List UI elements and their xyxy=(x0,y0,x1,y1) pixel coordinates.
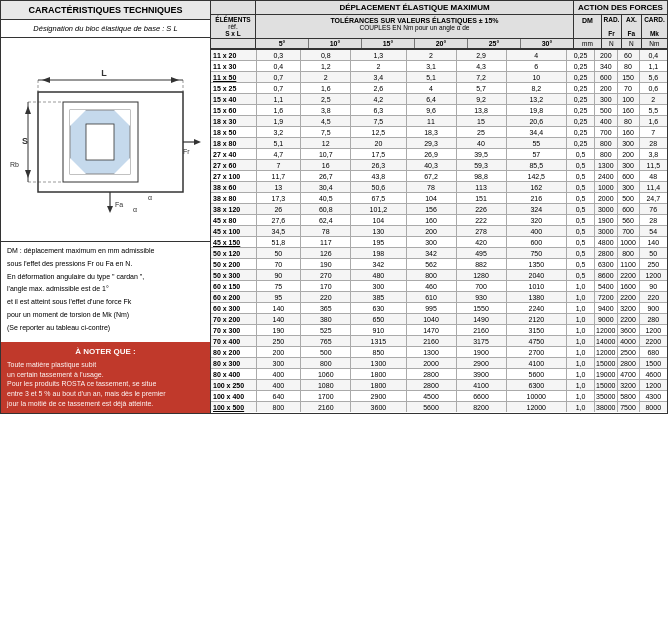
note-ref: (Se reporter au tableau ci-contre) xyxy=(7,323,204,333)
svg-text:α: α xyxy=(133,206,137,213)
n-label-1: N xyxy=(602,39,622,48)
table-row: 100 x 5008002160360056008200120001,03800… xyxy=(211,402,667,413)
svg-marker-12 xyxy=(25,170,31,178)
svg-text:Fr: Fr xyxy=(183,148,190,155)
svg-marker-24 xyxy=(107,206,113,213)
right-panel: DÉPLACEMENT ÉLASTIQUE MAXIMUM ACTION DES… xyxy=(211,1,667,413)
table-row: 45 x 8027,662,41041602223200,5190056028 xyxy=(211,215,667,226)
table-row: 60 x 300140365630995155022401,0940032009… xyxy=(211,303,667,314)
table-row: 18 x 301,94,57,5111520,60,25400801,6 xyxy=(211,116,667,127)
technical-diagram: S L Fr Fa Rb xyxy=(8,42,203,237)
table-row: 50 x 30090270480800128020400,58600220012… xyxy=(211,270,667,281)
svg-marker-17 xyxy=(42,77,50,83)
sxl-label: S x L xyxy=(212,30,254,37)
table-row: 80 x 400400106018002800390056001,0190004… xyxy=(211,369,667,380)
ref-label: rèf. xyxy=(212,23,254,30)
notes-area: DM : déplacement maximum en mm admissibl… xyxy=(1,241,210,340)
svg-text:α: α xyxy=(148,194,152,201)
table-row: 70 x 40025076513152160317547501,01400040… xyxy=(211,336,667,347)
action-header: ACTION DES FORCES xyxy=(574,1,667,14)
n-label-2: N xyxy=(622,39,642,48)
angle-30: 30° xyxy=(521,39,573,48)
red-note-title: À NOTER QUE : xyxy=(7,346,204,357)
red-note-5: jour la moitié de ce tassement est déjà … xyxy=(7,399,204,409)
note-dm: DM : déplacement maximum en mm admissibl… xyxy=(7,246,204,256)
table-row: 80 x 2002005008501300190027001,012000250… xyxy=(211,347,667,358)
table-row: 100 x 250400108018002800410063001,015000… xyxy=(211,380,667,391)
data-table-container: 11 x 200,30,81,322,940,25200600,411 x 30… xyxy=(211,50,667,413)
note-cardan: En déformation angulaire du type " carda… xyxy=(7,272,204,282)
red-note-area: À NOTER QUE : Toute matière plastique su… xyxy=(1,342,210,413)
angle-25: 25° xyxy=(468,39,521,48)
dm-unit: mm xyxy=(574,39,602,48)
tolerances-label: TOLÉRANCES SUR VALEURS ÉLASTIQUES ± 15% … xyxy=(256,15,574,38)
table-row: 100 x 4006401700290045006600100001,03500… xyxy=(211,391,667,402)
red-note-1: Toute matière plastique subit xyxy=(7,360,204,370)
depl-header: DÉPLACEMENT ÉLASTIQUE MAXIMUM xyxy=(256,1,574,14)
svg-marker-18 xyxy=(171,77,179,83)
table-row: 27 x 10011,726,743,867,298,8142,50,52400… xyxy=(211,171,667,182)
red-note-4: entre 3 et 5 % au bout d'un an, mais dès… xyxy=(7,389,204,399)
ax-label: AX.Fa xyxy=(622,15,642,38)
table-row: 45 x 10034,5781302002784000,5300070054 xyxy=(211,226,667,237)
angle-10: 10° xyxy=(309,39,362,48)
data-table: 11 x 200,30,81,322,940,25200600,411 x 30… xyxy=(211,50,667,412)
table-row: 18 x 805,1122029,340550,2580030028 xyxy=(211,138,667,149)
svg-text:Rb: Rb xyxy=(10,161,19,168)
main-title: CARACTÉRISTIQUES TECHNIQUES xyxy=(1,1,210,20)
table-row: 15 x 401,12,54,26,49,213,20,253001002 xyxy=(211,94,667,105)
angle-20: 20° xyxy=(415,39,468,48)
left-panel: CARACTÉRISTIQUES TECHNIQUES Désignation … xyxy=(1,1,211,413)
note-mk: pour un moment de torsion de Mk (Nm) xyxy=(7,310,204,320)
main-container: CARACTÉRISTIQUES TECHNIQUES Désignation … xyxy=(0,0,668,414)
svg-rect-7 xyxy=(86,124,114,160)
svg-marker-11 xyxy=(25,106,31,114)
angle-headers: 5° 10° 15° 20° 25° 30° xyxy=(256,39,574,48)
red-note-3: Pour les produits ROSTA ce tassement, se… xyxy=(7,379,204,389)
table-row: 15 x 601,63,86,39,613,819,80,255001605,5 xyxy=(211,105,667,116)
note-angle: l'angle max. admissible est de 1° xyxy=(7,284,204,294)
svg-text:L: L xyxy=(101,68,107,78)
table-row: 11 x 200,30,81,322,940,25200600,4 xyxy=(211,50,667,61)
subtitle: Désignation du bloc élastique de base : … xyxy=(1,20,210,38)
table-row: 27 x 6071626,340,359,385,50,5130030011,5 xyxy=(211,160,667,171)
table-row: 70 x 2001403806501040149021201,090002200… xyxy=(211,314,667,325)
svg-text:S: S xyxy=(22,136,28,146)
table-row: 50 x 120501261983424957500,5280080050 xyxy=(211,248,667,259)
table-row: 50 x 2007019034256288213500,563001100250 xyxy=(211,259,667,270)
angle-5: 5° xyxy=(256,39,309,48)
card-label: CARD.Mk xyxy=(642,15,667,38)
table-row: 15 x 250,71,62,645,78,20,25200700,6 xyxy=(211,83,667,94)
note-fk: et il est atteint sous l'effet d'une for… xyxy=(7,297,204,307)
table-row: 70 x 3001905259101470216031501,012000360… xyxy=(211,325,667,336)
table-row: 80 x 30030080013002000290041001,01500028… xyxy=(211,358,667,369)
svg-text:Fa: Fa xyxy=(115,201,123,208)
dm-label: DM xyxy=(574,15,602,38)
table-row: 45 x 15051,81171953004206000,54800100014… xyxy=(211,237,667,248)
table-row: 18 x 503,27,512,518,32534,40,257001607 xyxy=(211,127,667,138)
table-row: 60 x 1507517030046070010101,05400160090 xyxy=(211,281,667,292)
table-row: 11 x 500,723,45,17,2100,256001505,6 xyxy=(211,72,667,83)
svg-marker-21 xyxy=(194,139,201,145)
diagram-area: S L Fr Fa Rb xyxy=(1,38,210,241)
elements-label: ÉLÉMENTS xyxy=(212,16,254,23)
nm-label: Nm xyxy=(642,39,667,48)
table-row: 27 x 404,710,717,526,939,5570,58002003,8 xyxy=(211,149,667,160)
table-row: 11 x 300,41,223,14,360,25340801,1 xyxy=(211,61,667,72)
table-row: 38 x 8017,340,567,51041512160,5200050024… xyxy=(211,193,667,204)
red-note-2: un certain tassement à l'usage. xyxy=(7,370,204,380)
table-row: 38 x 601330,450,6781131620,5100030011,4 xyxy=(211,182,667,193)
table-row: 60 x 2009522038561093013801,072002200220 xyxy=(211,292,667,303)
note-dm2: sous l'effet des pressions Fr ou Fa en N… xyxy=(7,259,204,269)
angle-15: 15° xyxy=(362,39,415,48)
table-row: 38 x 1202660,8101,21562263240,5300060076 xyxy=(211,204,667,215)
rad-label: RAD.Fr xyxy=(602,15,622,38)
